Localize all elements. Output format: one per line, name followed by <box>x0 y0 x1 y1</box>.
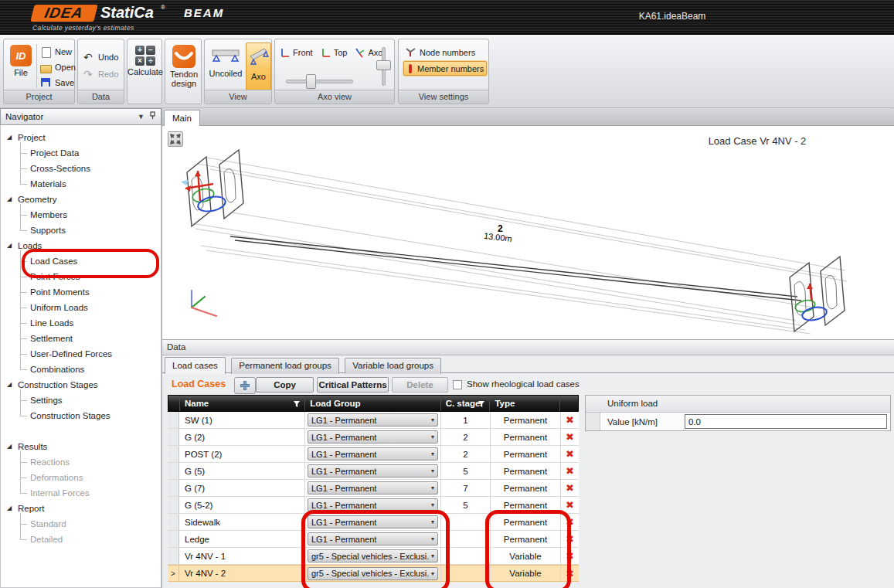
cell-name[interactable]: G (5) <box>179 463 305 479</box>
cell-c-stage[interactable] <box>441 531 491 547</box>
row-selector[interactable] <box>168 531 179 547</box>
expander-icon[interactable]: ◢ <box>7 439 18 454</box>
cell-type[interactable]: Permanent <box>491 480 561 496</box>
cell-c-stage[interactable] <box>441 548 491 564</box>
cell-c-stage[interactable]: 2 <box>441 446 491 462</box>
nav-node-project[interactable]: ◢Project <box>1 130 161 145</box>
table-row[interactable]: G (5-2) LG1 - Permanent▾ 5 Permanent ✖ <box>168 497 579 514</box>
cell-type[interactable]: Variable <box>491 566 561 581</box>
cell-type[interactable]: Permanent <box>491 497 561 513</box>
cell-c-stage[interactable]: 2 <box>441 429 491 445</box>
cell-name[interactable]: G (2) <box>179 429 305 445</box>
nav-item-settings[interactable]: Settings <box>20 393 161 408</box>
row-selector[interactable] <box>168 497 179 513</box>
load-group-dropdown[interactable]: LG1 - Permanent▾ <box>308 430 438 444</box>
expander-icon[interactable]: ◢ <box>7 377 18 393</box>
zoom-slider-track[interactable] <box>286 80 353 83</box>
expander-icon[interactable]: ◢ <box>7 501 18 516</box>
cell-c-stage[interactable]: 7 <box>441 480 491 496</box>
save-button[interactable]: Save <box>40 76 74 90</box>
cell-type[interactable]: Permanent <box>491 429 561 445</box>
nav-item-user-defined-forces[interactable]: User-Defined Forces <box>20 346 161 362</box>
cell-name[interactable]: POST (2) <box>179 446 305 462</box>
cell-type[interactable]: Permanent <box>491 514 561 530</box>
open-button[interactable]: Open <box>40 60 76 74</box>
member-numbers-button[interactable]: Member numbers <box>403 61 487 76</box>
nav-node-loads[interactable]: ◢Loads <box>1 238 161 253</box>
delete-row-button[interactable]: ✖ <box>566 482 574 494</box>
row-selector[interactable] <box>168 446 179 462</box>
add-load-case-button[interactable] <box>234 377 256 394</box>
cell-name[interactable]: Vr 4NV - 1 <box>179 548 305 564</box>
zoom-slider-handle[interactable] <box>306 74 316 89</box>
delete-row-button[interactable]: ✖ <box>566 550 574 562</box>
cell-name[interactable]: SW (1) <box>179 412 305 428</box>
cell-c-stage[interactable] <box>441 514 491 530</box>
expander-icon[interactable]: ◢ <box>7 130 18 145</box>
nav-item-point-moments[interactable]: Point Moments <box>20 284 161 300</box>
node-numbers-button[interactable]: Node numbers <box>405 45 485 59</box>
nav-item-point-forces[interactable]: Point Forces <box>20 269 161 284</box>
row-selector[interactable] <box>168 412 179 428</box>
nav-item-internal-forces[interactable]: Internal Forces <box>20 485 161 501</box>
nav-node-construction-stages[interactable]: ◢Construction Stages <box>1 377 161 393</box>
nav-item-members[interactable]: Members <box>20 207 161 223</box>
table-row[interactable]: Ledge LG1 - Permanent▾ Permanent ✖ <box>168 531 579 548</box>
cell-name[interactable]: Sidewalk <box>179 514 305 530</box>
copy-selected-button[interactable]: Copy selected <box>256 377 314 393</box>
file-button[interactable]: ID File <box>8 45 34 77</box>
cell-type[interactable]: Variable <box>491 548 561 564</box>
pin-icon[interactable] <box>149 111 156 120</box>
nav-item-standard[interactable]: Standard <box>20 516 161 532</box>
load-group-dropdown[interactable]: LG1 - Permanent▾ <box>308 498 438 512</box>
nav-item-combinations[interactable]: Combinations <box>20 362 161 377</box>
nav-item-materials[interactable]: Materials <box>20 176 161 192</box>
cell-type[interactable]: Permanent <box>491 531 561 547</box>
cell-type[interactable]: Permanent <box>491 446 561 462</box>
cell-c-stage[interactable]: 1 <box>441 412 491 428</box>
expander-icon[interactable]: ◢ <box>7 192 18 207</box>
table-row[interactable]: Vr 4NV - 1 gr5 - Special vehicles - Excl… <box>168 548 579 565</box>
load-group-dropdown[interactable]: LG1 - Permanent▾ <box>308 515 438 529</box>
nav-item-reactions[interactable]: Reactions <box>20 454 161 470</box>
rotate-slider-handle[interactable] <box>376 60 391 70</box>
row-selector[interactable] <box>168 480 179 496</box>
tendon-design-button[interactable]: Tendondesign <box>170 45 198 88</box>
nav-item-project-data[interactable]: Project Data <box>20 145 161 161</box>
nav-item-settlement[interactable]: Settlement <box>20 331 161 346</box>
delete-row-button[interactable]: ✖ <box>566 465 574 477</box>
delete-row-button[interactable]: ✖ <box>566 516 574 528</box>
row-selector[interactable] <box>168 429 179 445</box>
row-selector[interactable] <box>168 548 179 564</box>
table-row[interactable]: POST (2) LG1 - Permanent▾ 2 Permanent ✖ <box>168 446 579 463</box>
nav-node-results[interactable]: ◢Results <box>1 439 161 454</box>
column-header-c-stage[interactable]: C. stage <box>441 396 491 411</box>
viewport-3d[interactable]: Load Case Vr 4NV - 2 2 13.00m <box>162 126 894 340</box>
nav-item-deformations[interactable]: Deformations <box>20 470 161 485</box>
cell-c-stage[interactable] <box>441 566 491 581</box>
uncoiled-button[interactable]: Uncoiled <box>207 44 244 78</box>
nav-node-report[interactable]: ◢Report <box>1 501 161 516</box>
filter-icon[interactable] <box>293 400 301 408</box>
tab-variable-load-groups[interactable]: Variable load groups <box>345 358 441 374</box>
cell-name[interactable]: Vr 4NV - 2 <box>179 566 305 581</box>
table-row[interactable]: SW (1) LG1 - Permanent▾ 1 Permanent ✖ <box>168 412 579 429</box>
load-group-dropdown[interactable]: LG1 - Permanent▾ <box>308 447 438 461</box>
cell-type[interactable]: Permanent <box>491 463 561 479</box>
top-view-button[interactable]: Top <box>321 46 348 59</box>
cell-c-stage[interactable]: 5 <box>441 497 491 513</box>
load-group-dropdown[interactable]: LG1 - Permanent▾ <box>308 481 438 495</box>
navigator-collapse-icon[interactable]: ▼ <box>138 113 149 121</box>
delete-row-button[interactable]: ✖ <box>566 431 574 443</box>
nav-item-line-loads[interactable]: Line Loads <box>20 315 161 331</box>
undo-button[interactable]: ↶ Undo <box>83 50 118 64</box>
cell-name[interactable]: G (5-2) <box>179 497 305 513</box>
tab-main[interactable]: Main <box>164 110 200 127</box>
delete-row-button[interactable]: ✖ <box>566 533 574 545</box>
table-row[interactable]: Sidewalk LG1 - Permanent▾ Permanent ✖ <box>168 514 579 531</box>
cell-type[interactable]: Permanent <box>491 412 561 428</box>
axo-view-small-button[interactable]: Axo <box>355 46 382 59</box>
value-input[interactable] <box>685 414 887 429</box>
row-selector[interactable]: > <box>168 566 179 581</box>
tab-load-cases[interactable]: Load cases <box>165 357 226 374</box>
